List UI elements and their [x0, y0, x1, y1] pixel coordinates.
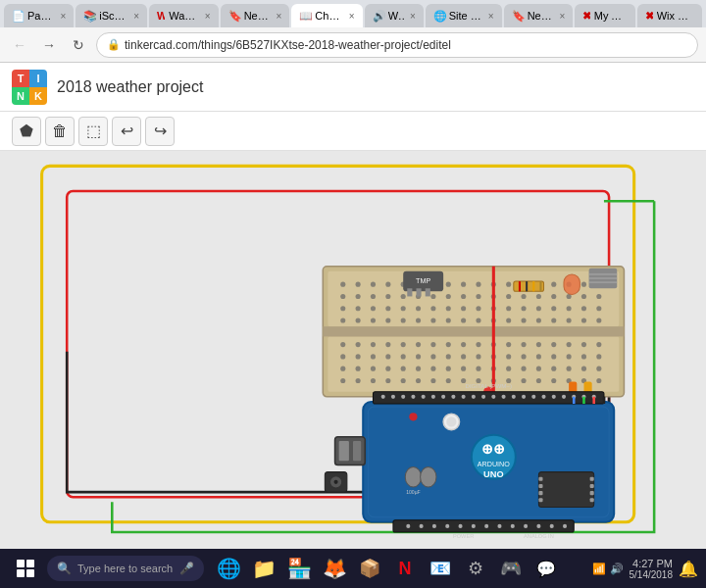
- svg-point-62: [340, 318, 345, 322]
- url-bar[interactable]: 🔒 tinkercad.com/things/6B527IKXtse-2018-…: [96, 32, 698, 58]
- svg-point-105: [446, 354, 451, 359]
- taskbar-search[interactable]: 🔍 Type here to search 🎤: [47, 556, 204, 581]
- svg-rect-154: [407, 288, 412, 296]
- amazon-icon: 📦: [359, 558, 380, 579]
- svg-point-221: [511, 524, 515, 528]
- tab-label-wixwel2: Wix Wel..: [657, 10, 694, 22]
- tab-close-wai[interactable]: ×: [410, 11, 416, 22]
- svg-point-224: [550, 524, 554, 528]
- win-cell-1: [17, 560, 25, 567]
- tab-newtat1[interactable]: 🔖 New tat ×: [221, 4, 290, 27]
- browser-tabs: 📄 Pages - × 📚 iScholar × W Warfran × 🔖 N…: [0, 0, 706, 27]
- svg-point-35: [476, 294, 480, 299]
- svg-point-219: [484, 524, 488, 528]
- svg-point-194: [431, 395, 435, 399]
- tab-newtat2[interactable]: 🔖 New tat ×: [504, 4, 574, 27]
- tab-pages[interactable]: 📄 Pages - ×: [4, 4, 74, 27]
- taskbar-store[interactable]: 🏪: [282, 551, 316, 586]
- tab-wai[interactable]: 🔊 Wai.. ×: [365, 4, 424, 27]
- svg-text:UNO: UNO: [483, 469, 503, 479]
- taskbar-edge[interactable]: 🌐: [212, 551, 245, 586]
- svg-point-78: [581, 318, 586, 322]
- svg-point-117: [356, 367, 361, 371]
- tab-myacc[interactable]: ✖ My Acc..: [575, 4, 635, 27]
- svg-point-201: [502, 395, 506, 399]
- svg-text:⊕⊕: ⊕⊕: [481, 441, 505, 457]
- win-cell-4: [26, 569, 34, 577]
- back-button[interactable]: ←: [8, 33, 31, 57]
- svg-point-202: [512, 395, 516, 399]
- tab-label-myacc: ✖: [582, 10, 589, 23]
- svg-point-29: [385, 294, 390, 299]
- svg-point-198: [472, 395, 476, 399]
- tab-close-chapter[interactable]: ×: [349, 11, 355, 22]
- svg-point-123: [446, 367, 451, 371]
- edge-icon: 🌐: [217, 557, 241, 580]
- notification-icon[interactable]: 🔔: [679, 560, 698, 578]
- svg-point-44: [340, 306, 345, 311]
- tab-close-newtat1[interactable]: ×: [277, 11, 282, 22]
- netflix-icon: N: [399, 559, 412, 579]
- tab-warfran[interactable]: W Warfran ×: [149, 4, 219, 27]
- svg-point-191: [401, 395, 405, 399]
- store-icon: 🏪: [287, 557, 312, 580]
- time-text: 4:27 PM: [630, 558, 674, 569]
- logo-t: T: [12, 70, 29, 87]
- circuit-canvas[interactable]: TMP: [0, 151, 706, 572]
- svg-point-97: [596, 342, 601, 347]
- logo-k: K: [29, 87, 47, 105]
- svg-point-8: [340, 282, 345, 287]
- delete-tool-button[interactable]: 🗑: [45, 117, 75, 146]
- svg-rect-229: [538, 477, 542, 481]
- tab-ischolar[interactable]: 📚 iScholar ×: [76, 4, 147, 27]
- svg-point-207: [562, 395, 566, 399]
- svg-point-214: [420, 524, 424, 528]
- forward-button[interactable]: →: [37, 33, 61, 57]
- svg-point-11: [385, 282, 390, 287]
- tab-close-warfran[interactable]: ×: [205, 11, 211, 22]
- taskbar-firefox[interactable]: 🦊: [318, 551, 351, 586]
- taskbar-amazon[interactable]: 📦: [353, 551, 386, 586]
- svg-point-92: [521, 342, 526, 347]
- svg-rect-230: [538, 484, 542, 488]
- circuit-diagram: TMP: [0, 151, 706, 572]
- tab-wixwel[interactable]: ✖ Wix Wel..: [637, 4, 702, 27]
- shape-tool-button[interactable]: ⬟: [12, 117, 41, 146]
- svg-point-187: [409, 413, 417, 420]
- svg-point-186: [334, 480, 338, 484]
- redo-button[interactable]: ↪: [145, 117, 175, 146]
- svg-point-82: [371, 342, 376, 347]
- tab-close-newtat2[interactable]: ×: [560, 11, 566, 22]
- svg-point-96: [581, 342, 586, 347]
- svg-point-218: [472, 524, 476, 528]
- tab-chapter[interactable]: 📖 Chapter ×: [291, 4, 362, 27]
- svg-point-204: [531, 395, 535, 399]
- tab-close-pages[interactable]: ×: [60, 11, 66, 22]
- tab-sitemai[interactable]: 🌐 Site Mai.. ×: [426, 4, 502, 27]
- select-all-button[interactable]: ⬚: [78, 117, 108, 146]
- taskbar-discord[interactable]: 💬: [530, 551, 563, 586]
- undo-button[interactable]: ↩: [112, 117, 141, 146]
- svg-point-190: [391, 395, 395, 399]
- svg-point-146: [521, 378, 526, 383]
- svg-point-110: [521, 354, 526, 359]
- svg-point-193: [422, 395, 426, 399]
- taskbar-steam[interactable]: 🎮: [494, 551, 528, 586]
- taskbar-netflix[interactable]: N: [388, 551, 422, 586]
- svg-point-80: [340, 342, 345, 347]
- tab-label-warfran2: Warfran: [169, 10, 199, 22]
- tab-label-newtat1: New tat: [244, 10, 271, 22]
- taskbar-settings[interactable]: ⚙: [459, 551, 492, 586]
- tab-close-sitemai[interactable]: ×: [488, 11, 494, 22]
- taskbar-explorer[interactable]: 📁: [247, 551, 280, 586]
- refresh-button[interactable]: ↻: [67, 33, 90, 57]
- svg-point-40: [551, 294, 556, 299]
- start-button[interactable]: [8, 554, 43, 583]
- taskbar-outlook[interactable]: 📧: [424, 551, 457, 586]
- svg-point-114: [581, 354, 586, 359]
- svg-point-43: [596, 294, 601, 299]
- svg-point-102: [401, 354, 406, 359]
- svg-point-9: [356, 282, 361, 287]
- svg-point-59: [567, 306, 572, 311]
- tab-close-ischolar[interactable]: ×: [133, 11, 139, 22]
